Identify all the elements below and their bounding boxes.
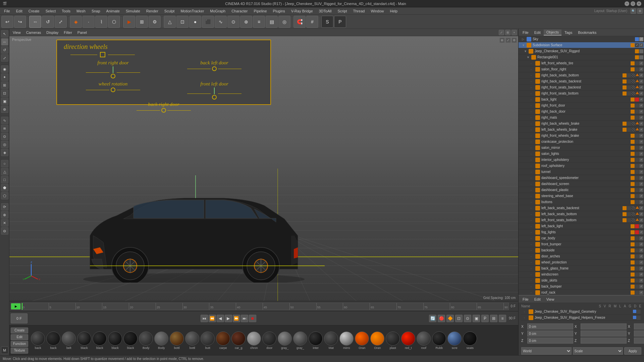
right_mats-c2[interactable] — [635, 116, 639, 120]
tool-slide[interactable]: ⊙ — [1, 133, 8, 140]
roof_upholstery-c2[interactable] — [635, 164, 639, 168]
salon_mirror-c1[interactable] — [631, 146, 635, 150]
back_light-c1[interactable] — [631, 98, 635, 102]
tree-back_glass_frame[interactable]: · back_glass_frame ✓ — [519, 265, 644, 272]
om-tab-objects[interactable]: Objects — [544, 29, 561, 36]
tool-brush[interactable]: ⊛ — [1, 106, 8, 113]
rect-ctrl-1[interactable] — [635, 55, 639, 59]
tool-extrude[interactable]: ⊞ — [1, 81, 8, 89]
pos-z-input[interactable] — [527, 338, 573, 344]
right_back_seats_bottom-c3[interactable] — [631, 73, 635, 77]
tool-paint[interactable]: ∿ — [1, 117, 8, 124]
right_front_seats_backrest-c2[interactable] — [627, 85, 631, 89]
right_front_seats_backrest-c4[interactable]: ✓ — [639, 85, 643, 89]
menu-animate[interactable]: Animate — [104, 8, 122, 14]
scale-y-input[interactable] — [581, 330, 627, 337]
mat-create-button[interactable]: Create — [11, 327, 28, 334]
mat-roof[interactable]: roof — [417, 331, 431, 350]
mat-rubb[interactable]: Rubb — [432, 331, 446, 350]
right_front_seats_bottom-c1[interactable] — [623, 92, 627, 96]
power-button[interactable]: ⊙ — [464, 315, 471, 322]
right_back_wheels_brake-c1[interactable] — [623, 122, 627, 126]
menu-snap[interactable]: Snap — [89, 8, 103, 14]
steering_wheel_base-c1[interactable] — [631, 194, 635, 198]
tree-car_body[interactable]: · car_body ✓ — [519, 235, 644, 241]
tree-wheel_protection[interactable]: · wheel_protection ✓ — [519, 259, 644, 265]
tool-spline[interactable]: ⬟ — [1, 184, 8, 191]
tool-snap2[interactable]: ○ — [1, 160, 8, 167]
tool-render2[interactable]: ⟳ — [1, 203, 8, 210]
tree-fog_lights[interactable]: · fog_lights ✓ — [519, 229, 644, 235]
model-mode[interactable]: ◈ — [70, 16, 82, 28]
menu-mesh[interactable]: Mesh — [74, 8, 88, 14]
tree-back_light[interactable]: · back_light ✓ — [519, 97, 644, 103]
right_back_wheels_brake-c3[interactable] — [631, 122, 635, 126]
tool-live[interactable]: ◉ — [1, 65, 8, 73]
tree-crankcase_protection[interactable]: · crankcase_protection ✓ — [519, 139, 644, 145]
side_skirts-c4[interactable]: ✓ — [639, 279, 643, 283]
scale-x-input[interactable] — [581, 323, 627, 329]
prev-key-button[interactable]: ⏪ — [209, 315, 216, 322]
front_bumper-c4[interactable]: ✓ — [639, 242, 643, 246]
tool-2[interactable]: ⊡ — [176, 16, 189, 28]
right_front_seats_bottom-c3[interactable] — [631, 92, 635, 96]
tree-door_arches[interactable]: · door_arches ✓ — [519, 253, 644, 259]
roof_upholstery-c1[interactable] — [631, 164, 635, 168]
menu-character[interactable]: Character — [229, 8, 250, 14]
car_body-c4[interactable]: ✓ — [639, 236, 643, 240]
right_back_door-c4[interactable]: ✓ — [639, 110, 643, 114]
ss-ctrl-check[interactable]: ✓ — [635, 43, 639, 47]
right_back_wheels_brake-c2[interactable] — [627, 122, 631, 126]
tree-right_back_seats_bottom[interactable]: · right_back_seats_bottom ✓ — [519, 72, 644, 78]
tool-knife[interactable]: ✦ — [1, 73, 8, 81]
right_back_door-c2[interactable] — [635, 110, 639, 114]
tool-move[interactable]: ↔ — [1, 38, 8, 46]
menu-motiontracker[interactable]: MotionTracker — [178, 8, 207, 14]
tool-3[interactable]: ● — [189, 16, 201, 28]
tree-left_back_light[interactable]: · left_back_light ✓ — [519, 223, 644, 229]
loop-button[interactable]: 🔄 — [429, 315, 436, 322]
left_back_wheels_brake-c2[interactable] — [627, 128, 631, 132]
mat-back2[interactable]: back — [46, 331, 60, 350]
play-reverse-button[interactable]: ◀ — [217, 315, 224, 322]
left_front_wheels_tire-c2[interactable] — [635, 61, 639, 65]
dashboard_screen-c1[interactable] — [631, 182, 635, 186]
tool-10[interactable]: ◎ — [278, 16, 290, 28]
snap-key-button[interactable]: ⊡ — [455, 315, 463, 322]
rot-y-input[interactable] — [634, 330, 644, 337]
salon_floor_right-c2[interactable] — [635, 67, 639, 71]
ss-ctrl-vis[interactable]: ✓ — [639, 43, 643, 47]
tree-right_front_seats_bottom[interactable]: · right_front_seats_bottom ✓ — [519, 90, 644, 97]
tool-smooth[interactable]: ◈ — [1, 149, 8, 156]
bottom-tree-geometry[interactable]: · Jeep_Cherokee_SUV_Rigged_Geometry — [521, 309, 641, 315]
minimize-button[interactable]: − — [625, 1, 629, 6]
side_skirts-c2[interactable] — [635, 279, 639, 283]
tree-left_front_wheels_tire[interactable]: · left_front_wheels_tire ✓ — [519, 60, 644, 66]
mat-body1[interactable]: Body — [139, 331, 153, 350]
right_back_wheels_brake-c4[interactable]: ✓ — [639, 122, 643, 126]
play-button[interactable]: ▶ — [225, 315, 232, 322]
move-tool[interactable]: ↔ — [29, 16, 41, 28]
layout-icon-search[interactable]: 🔍 — [631, 8, 636, 14]
tree-right_mats[interactable]: · right_mats ✓ — [519, 115, 644, 121]
tool-bridge[interactable]: ⊡ — [1, 89, 8, 97]
mat-body2[interactable]: Body — [154, 331, 168, 350]
mat-scre[interactable]: scre — [447, 331, 462, 350]
mat-carpe[interactable]: carpe — [216, 331, 230, 350]
front_bumper-c2[interactable] — [635, 242, 639, 246]
maximize-button[interactable]: □ — [631, 1, 635, 6]
scale-tool[interactable]: ⤢ — [55, 16, 67, 28]
menu-select[interactable]: Select — [43, 8, 59, 14]
mat-chron[interactable]: chron — [247, 331, 261, 350]
right_front_seats_bottom-c2[interactable] — [627, 92, 631, 96]
menu-help[interactable]: Help — [387, 8, 400, 14]
backside-c1[interactable] — [631, 248, 635, 252]
tree-salon_floor_right[interactable]: · salon_floor_right ✓ — [519, 66, 644, 72]
tool-mograph[interactable]: ⬠ — [1, 192, 8, 199]
back_bumper-c4[interactable]: ✓ — [639, 285, 643, 289]
vp-settings-icon[interactable]: ⚙ — [512, 38, 517, 43]
left_front_seats_bottom-c1[interactable] — [623, 218, 627, 222]
left_front_seats_bottom-c3[interactable] — [631, 218, 635, 222]
goto-start-button[interactable]: ⏮ — [201, 315, 208, 322]
buttons-c1[interactable] — [631, 200, 635, 204]
